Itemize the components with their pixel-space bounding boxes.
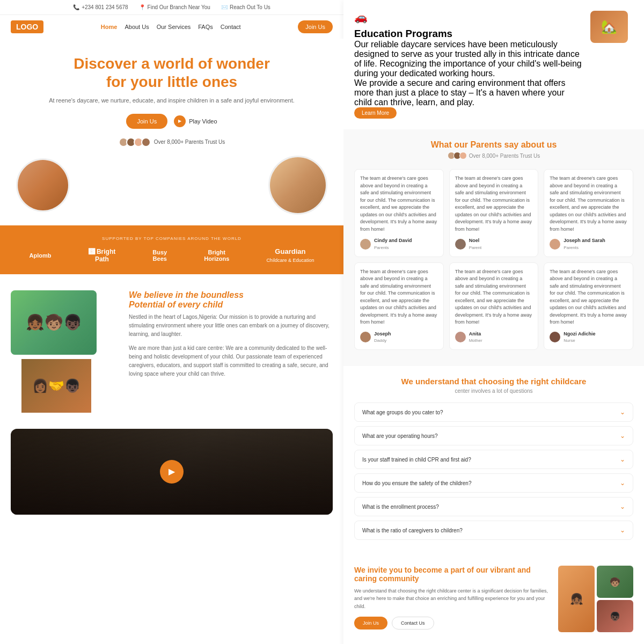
community-images: 👧🏾 🧒🏽 👦🏿 xyxy=(558,566,633,634)
hero-headline-accent: wonder xyxy=(216,55,270,72)
trust-text: Over 8,000+ Parents Trust Us xyxy=(154,139,225,145)
nav-home[interactable]: Home xyxy=(101,24,118,30)
faq-subtitle: center involves a lot of questions xyxy=(354,388,633,394)
testimonial-author: Joseph and Sarah Parents xyxy=(550,237,627,251)
community-contact-button[interactable]: Contact Us xyxy=(392,617,434,630)
reach-text: Reach Out To Us xyxy=(230,4,270,10)
community-image-1: 🧒🏽 xyxy=(597,566,633,598)
logo[interactable]: LOGO xyxy=(11,20,43,33)
about-image-bottom: 👩🏾‍🤝‍👦🏿 xyxy=(21,359,91,413)
community-desc: We understand that choosing the right ch… xyxy=(354,587,550,610)
faq-question: What are your operating hours? xyxy=(362,433,438,439)
nav-faqs[interactable]: FAQs xyxy=(198,24,213,30)
faq-question: How do you ensure the safety of the chil… xyxy=(362,480,471,486)
nav-services[interactable]: Our Services xyxy=(157,24,191,30)
faq-item[interactable]: What is the enrollment process? ⌄ xyxy=(354,497,633,516)
faq-title: We understand that choosing the right ch… xyxy=(354,377,633,386)
edu-image: 🏡 xyxy=(590,11,633,54)
test-title-post: say about us xyxy=(502,140,557,149)
find-text: Find Our Branch Near You xyxy=(148,4,210,10)
testimonial-text: The team at dreene's care goes above and… xyxy=(360,175,438,233)
edu-desc2: We provide a secure and caring environme… xyxy=(354,78,582,107)
hero-section: Discover a world of wonder for your litt… xyxy=(0,39,343,225)
brand-brightpath: 🅱 BrightPath xyxy=(89,248,116,263)
edu-inner: 🚗 Education Programs Our reliable daycar… xyxy=(354,11,633,119)
test-title-accent: Parents xyxy=(470,140,502,149)
phone-text: +234 801 234 5678 xyxy=(82,4,128,10)
author-role: Parents xyxy=(374,245,412,251)
chevron-down-icon: ⌄ xyxy=(620,408,625,416)
about-section: 👧🏾🧒🏽👦🏿 👩🏾‍🤝‍👦🏿 We believe in the boundle… xyxy=(0,274,343,429)
author-name: Cindy and David xyxy=(374,237,412,245)
testimonial-author: Joseph Daddy xyxy=(360,331,438,345)
faq-question: What is the ratio of caregivers to child… xyxy=(362,528,463,533)
faq-item[interactable]: What is the ratio of caregivers to child… xyxy=(354,521,633,540)
about-images: 👧🏾🧒🏽👦🏿 👩🏾‍🤝‍👦🏿 xyxy=(11,290,118,413)
faq-item[interactable]: Is your staff trained in child CPR and f… xyxy=(354,450,633,469)
nav-links: Home About Us Our Services FAQs Contact xyxy=(101,24,241,30)
find-bar[interactable]: 📍 Find Our Branch Near You xyxy=(139,4,210,10)
hero-buttons: Join Us ▶ Play Video xyxy=(11,114,333,129)
chevron-down-icon: ⌄ xyxy=(620,526,625,534)
community-heading-accent: community xyxy=(379,574,419,583)
testimonial-text: The team at dreene's care goes above and… xyxy=(455,268,533,326)
faq-item[interactable]: What age groups do you cater to? ⌄ xyxy=(354,402,633,422)
author-role: Parent xyxy=(469,245,482,251)
testimonial-card: The team at dreene's care goes above and… xyxy=(354,169,444,257)
edu-title: Education Programs xyxy=(354,28,582,40)
community-join-button[interactable]: Join Us xyxy=(354,617,387,630)
testimonial-text: The team at dreene's care goes above and… xyxy=(360,268,438,326)
hero-join-button[interactable]: Join Us xyxy=(126,114,167,129)
about-para1: Nestled in the heart of Lagos,Nigeria: O… xyxy=(129,313,333,339)
faq-item[interactable]: What are your operating hours? ⌄ xyxy=(354,426,633,445)
hero-image-right xyxy=(268,156,327,215)
testimonial-author: Anita Mother xyxy=(455,331,533,345)
brand-guardian: GuardianChildcare & Education xyxy=(266,247,314,264)
faq-question: What is the enrollment process? xyxy=(362,504,439,510)
brand-logos: Aplomb 🅱 BrightPath BusyBees BrightHoriz… xyxy=(11,247,333,264)
chevron-down-icon: ⌄ xyxy=(620,456,625,463)
faq-title-accent: childcare xyxy=(551,377,587,386)
brand-busybees: BusyBees xyxy=(152,249,167,262)
faq-title-pre: We understand that choosing the right xyxy=(401,377,551,386)
sponsors-banner: SUPPORTED BY TOP COMPANIES AROUND THE WO… xyxy=(0,225,343,274)
about-image-top: 👧🏾🧒🏽👦🏿 xyxy=(11,290,97,355)
about-para2: We are more than just a kid care centre:… xyxy=(129,344,333,378)
reach-bar[interactable]: ✉️ Reach Out To Us xyxy=(221,4,270,10)
nav-join-button[interactable]: Join Us xyxy=(298,20,333,33)
avatar xyxy=(459,152,467,159)
faq-section: We understand that choosing the right ch… xyxy=(343,366,644,555)
nav-contact[interactable]: Contact xyxy=(221,24,241,30)
about-heading-accent: Potential xyxy=(129,300,165,309)
testimonial-card: The team at dreene's care goes above and… xyxy=(544,169,633,257)
play-label: Play Video xyxy=(189,118,217,125)
faq-item[interactable]: How do you ensure the safety of the chil… xyxy=(354,473,633,493)
author-avatar xyxy=(550,239,560,250)
community-buttons: Join Us Contact Us xyxy=(354,617,550,630)
nav-about[interactable]: About Us xyxy=(125,24,149,30)
author-role: Mother xyxy=(469,338,482,344)
brand-brighthorizons: BrightHorizons xyxy=(204,249,229,262)
community-heading: We invite you to become a part of our vi… xyxy=(354,566,550,583)
author-name: Ngozi Adichie xyxy=(564,331,595,338)
test-subtitle-text: Over 8,000+ Parents Trust Us xyxy=(469,153,540,159)
author-role: Nurse xyxy=(564,338,595,344)
faq-question: What age groups do you cater to? xyxy=(362,409,443,415)
author-avatar xyxy=(360,332,371,342)
community-text: We invite you to become a part of our vi… xyxy=(354,566,550,634)
hero-play-button[interactable]: ▶ Play Video xyxy=(174,115,217,127)
testimonial-card: The team at dreene's care goes above and… xyxy=(449,262,539,350)
email-icon: ✉️ xyxy=(221,4,228,10)
testimonials-subtitle: Over 8,000+ Parents Trust Us xyxy=(354,152,633,160)
play-circle-icon: ▶ xyxy=(174,115,186,127)
chevron-down-icon: ⌄ xyxy=(620,479,625,487)
about-heading: We believe in the boundless Potential of… xyxy=(129,290,333,310)
video-play-button[interactable]: ▶ xyxy=(160,460,184,484)
phone-icon: 📞 xyxy=(73,4,79,10)
author-role: Daddy xyxy=(374,338,391,344)
community-section: We invite you to become a part of our vi… xyxy=(343,555,644,644)
author-name: Joseph and Sarah xyxy=(564,237,605,245)
learn-more-button[interactable]: Learn More xyxy=(354,107,397,119)
video-section[interactable]: ▶ xyxy=(11,429,333,515)
testimonial-card: The team at dreene's care goes above and… xyxy=(449,169,539,257)
